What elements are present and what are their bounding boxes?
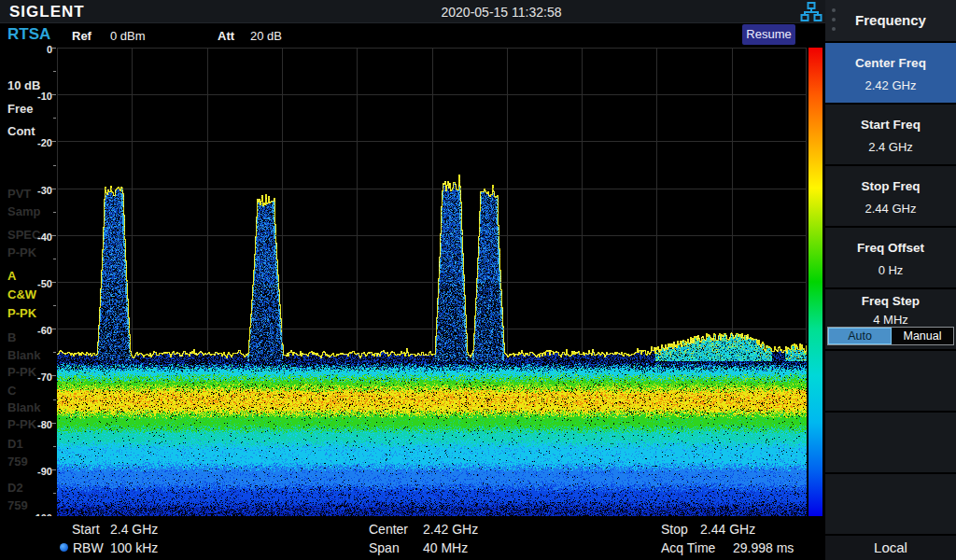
- sidebar-item-empty: [825, 474, 956, 534]
- y-axis-tick: [51, 423, 56, 424]
- top-bar: SIGLENT 2020-05-15 11:32:58: [0, 0, 825, 23]
- y-axis-tick: [51, 235, 56, 236]
- sidebar-menu-cells: Center Freq2.42 GHzStart Freq2.4 GHzStop…: [825, 43, 956, 534]
- sidebar-item-start-freq[interactable]: Start Freq2.4 GHz: [825, 105, 956, 164]
- sidebar-item-stop-freq[interactable]: Stop Freq2.44 GHz: [825, 166, 956, 226]
- y-axis-tick: [53, 352, 56, 353]
- resume-button[interactable]: Resume: [742, 24, 795, 45]
- sidebar-item-center-freq[interactable]: Center Freq2.42 GHz: [825, 43, 956, 103]
- mode-label: RTSA: [7, 25, 50, 44]
- y-axis-tick: [51, 189, 56, 189]
- trace-annotation: P-PK: [7, 306, 36, 321]
- freq-step-manual-option[interactable]: Manual: [892, 328, 953, 344]
- y-axis-tick: [51, 469, 56, 470]
- acq-time-label: Acq Time: [661, 540, 715, 556]
- sidebar-item-empty: [825, 413, 956, 472]
- y-axis-label: -60: [0, 325, 52, 336]
- trace-annotation: Blank: [7, 348, 40, 363]
- sidebar-item-empty: [825, 351, 956, 411]
- menu-item-value: 2.4 GHz: [825, 140, 956, 154]
- y-axis-tick: [53, 446, 56, 447]
- rbw-value: 100 kHz: [110, 540, 158, 556]
- attenuation-value: 20 dB: [250, 29, 282, 43]
- y-axis-tick: [51, 282, 56, 283]
- soft-menu-sidebar: Frequency Center Freq2.42 GHzStart Freq2…: [825, 0, 956, 560]
- trace-annotation: P-PK: [7, 245, 36, 260]
- y-axis-label: -50: [0, 278, 52, 289]
- trace-annotation: Free: [7, 102, 33, 117]
- menu-item-label: Stop Freq: [825, 166, 956, 193]
- menu-item-value: 0 Hz: [825, 263, 956, 277]
- menu-header: Frequency: [825, 0, 956, 41]
- menu-item-label: Center Freq: [825, 43, 956, 70]
- y-axis-label: -70: [0, 371, 52, 383]
- menu-title: Frequency: [825, 0, 956, 41]
- menu-item-label: Start Freq: [825, 105, 956, 132]
- y-axis-tick: [53, 212, 56, 213]
- y-axis-label: -40: [0, 231, 52, 243]
- menu-item-value: 2.44 GHz: [825, 202, 956, 216]
- attenuation-label: Att: [218, 29, 234, 43]
- trace-annotation: 759: [7, 498, 28, 513]
- y-axis-tick: [51, 94, 56, 95]
- datetime-display: 2020-05-15 11:32:58: [442, 5, 562, 20]
- y-axis-label: -30: [0, 185, 52, 196]
- menu-item-value: 2.42 GHz: [825, 78, 956, 92]
- measurement-bar: RTSA Ref 0 dBm Att 20 dB Resume: [0, 23, 825, 48]
- y-axis-tick: [53, 118, 56, 119]
- trace-annotation: C&W: [7, 287, 36, 302]
- freq-step-mode-toggle: AutoManual: [827, 327, 954, 345]
- y-axis-tick: [53, 259, 56, 259]
- y-axis-tick: [53, 305, 56, 306]
- sidebar-item-freq-offset[interactable]: Freq Offset0 Hz: [825, 228, 956, 287]
- sidebar-item-freq-step[interactable]: Freq Step4 MHzAutoManual: [825, 289, 956, 349]
- center-freq-label: Center: [369, 522, 408, 538]
- trace-annotation: D1: [7, 437, 23, 452]
- menu-item-label: Freq Offset: [825, 228, 956, 255]
- y-axis-tick: [53, 493, 56, 494]
- stop-freq-label: Stop: [661, 522, 688, 538]
- span-value: 40 MHz: [423, 540, 468, 556]
- y-axis-tick: [51, 329, 56, 329]
- amplitude-colorbar: [808, 48, 822, 516]
- rbw-marker-icon: [60, 543, 68, 552]
- y-axis-tick: [53, 165, 56, 166]
- stop-freq-value: 2.44 GHz: [700, 522, 755, 538]
- trace-annotation: Samp: [7, 204, 40, 219]
- y-axis-label: -80: [0, 419, 52, 430]
- y-axis-tick: [51, 141, 56, 142]
- menu-item-label: Freq Step: [825, 289, 956, 308]
- ref-level-value: 0 dBm: [110, 29, 146, 43]
- y-axis-label: -10: [0, 91, 52, 102]
- spectrum-analyzer-screen: SIGLENT 2020-05-15 11:32:58 RTSA Ref 0 d…: [0, 0, 956, 560]
- ref-level-label: Ref: [72, 29, 91, 43]
- center-freq-value: 2.42 GHz: [423, 522, 478, 538]
- lan-network-icon: [800, 2, 822, 22]
- y-axis-tick: [51, 375, 56, 376]
- freq-step-auto-option[interactable]: Auto: [828, 328, 892, 344]
- acq-time-value: 29.998 ms: [733, 540, 794, 556]
- trace-annotation: C: [7, 384, 16, 399]
- y-axis-label: -90: [0, 466, 52, 477]
- span-label: Span: [369, 540, 400, 556]
- y-axis-tick: [53, 71, 56, 72]
- status-bar: Start 2.4 GHz RBW 100 kHz Center 2.42 GH…: [0, 516, 825, 560]
- start-freq-value: 2.4 GHz: [110, 522, 158, 538]
- trace-annotation: D2: [7, 481, 23, 496]
- trace-annotation: Blank: [7, 400, 40, 415]
- start-freq-label: Start: [72, 522, 100, 538]
- menu-item-value: 4 MHz: [825, 313, 956, 327]
- local-button[interactable]: Local: [825, 536, 956, 560]
- y-axis-label: -20: [0, 137, 52, 148]
- rbw-label: RBW: [73, 540, 104, 556]
- y-axis-tick: [51, 48, 56, 49]
- y-axis-tick: [53, 399, 56, 400]
- y-axis-label: 0: [0, 44, 52, 55]
- brand-logo: SIGLENT: [9, 3, 85, 21]
- menu-grip-dots-icon: [832, 8, 836, 36]
- spectrum-display: [57, 48, 807, 516]
